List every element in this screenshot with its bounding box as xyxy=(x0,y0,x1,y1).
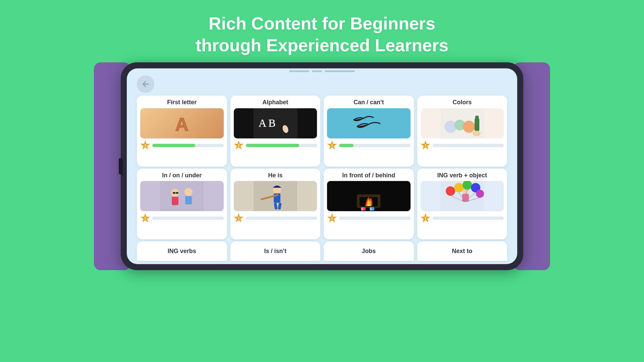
card-he-is[interactable]: He is xyxy=(230,169,321,240)
card-in-on-under-image xyxy=(140,181,224,211)
card-alphabet-bottom: 2 xyxy=(234,140,317,150)
card-colors-bottom: 1 xyxy=(421,140,504,150)
card-alphabet-progress-fill xyxy=(246,144,299,147)
card-ing-verbs[interactable]: ING verbs xyxy=(137,241,227,261)
device-screen: First letter A 3 xyxy=(127,68,517,264)
letter-a-icon: A xyxy=(170,112,194,135)
card-in-on-under-bottom: 1 xyxy=(140,213,224,223)
card-jobs-title: Jobs xyxy=(362,248,376,255)
card-in-on-under-title: In / on / under xyxy=(162,172,202,179)
card-alphabet-title: Alphabet xyxy=(262,99,288,106)
card-alphabet-image: A B xyxy=(234,108,317,138)
card-ing-verb-object[interactable]: ING verb + object xyxy=(417,169,507,240)
back-icon xyxy=(141,79,150,89)
svg-point-41 xyxy=(476,190,484,198)
card-is-isnt[interactable]: Is / isn't xyxy=(230,241,321,261)
card-next-to-title: Next to xyxy=(452,248,472,255)
card-ing-verb-object-bottom: 1 xyxy=(421,213,504,223)
card-colors[interactable]: Colors xyxy=(417,96,507,167)
card-in-front-behind-progress-bg xyxy=(339,217,411,220)
svg-rect-14 xyxy=(172,197,178,205)
card-next-to[interactable]: Next to xyxy=(417,241,507,261)
svg-rect-16 xyxy=(185,196,192,204)
card-in-on-under-progress-bg xyxy=(152,217,224,220)
card-alphabet-progress-bg xyxy=(246,144,317,147)
svg-rect-18 xyxy=(176,192,178,194)
colors-icon xyxy=(440,108,484,138)
card-first-letter-image: A xyxy=(140,108,224,138)
screen-content: First letter A 3 xyxy=(127,73,517,264)
card-first-letter-badge: 3 xyxy=(140,140,150,150)
card-in-front-behind-image xyxy=(327,181,411,211)
card-can-cant-progress-fill xyxy=(339,144,354,147)
card-can-cant-badge: 1 xyxy=(327,140,337,150)
cards-grid-row2: In / on / under xyxy=(137,169,507,240)
card-can-cant[interactable]: Can / can't xyxy=(324,96,414,167)
svg-rect-9 xyxy=(475,118,479,131)
card-in-front-behind-bottom: 1 xyxy=(327,213,411,223)
card-in-on-under-badge: 1 xyxy=(140,213,150,223)
card-alphabet-badge-num: 2 xyxy=(237,143,239,147)
card-ing-verb-object-title: ING verb + object xyxy=(437,172,487,179)
screen-topbar xyxy=(127,68,517,73)
svg-rect-33 xyxy=(371,207,372,210)
card-colors-badge: 1 xyxy=(421,140,431,150)
card-can-cant-bottom: 1 xyxy=(327,140,411,150)
card-in-front-behind-badge: 1 xyxy=(327,213,337,223)
card-in-front-behind[interactable]: In front of / behind xyxy=(324,169,414,240)
svg-rect-29 xyxy=(362,207,362,210)
kids-playing-icon xyxy=(160,181,204,211)
card-he-is-bottom: 1 xyxy=(234,213,317,223)
svg-point-38 xyxy=(454,183,464,192)
svg-point-8 xyxy=(463,121,475,133)
side-button[interactable] xyxy=(119,158,123,174)
card-he-is-badge: 1 xyxy=(234,213,244,223)
card-first-letter-title: First letter xyxy=(167,99,197,106)
card-can-cant-title: Can / can't xyxy=(354,99,384,106)
topbar-pill-2 xyxy=(312,70,322,72)
card-in-on-under[interactable]: In / on / under xyxy=(137,169,227,240)
card-ing-verb-object-badge-num: 1 xyxy=(424,216,426,220)
card-ing-verb-object-progress-bg xyxy=(433,217,504,220)
svg-rect-30 xyxy=(362,207,363,210)
card-colors-badge-num: 1 xyxy=(424,143,426,147)
card-alphabet-badge: 2 xyxy=(234,140,244,150)
svg-rect-10 xyxy=(475,116,479,120)
card-ing-verb-object-image xyxy=(421,181,504,211)
svg-point-37 xyxy=(446,186,455,196)
alphabet-board-icon: A B xyxy=(254,108,297,138)
card-first-letter-progress-bg xyxy=(152,144,224,147)
card-first-letter-bottom: 3 xyxy=(140,140,224,150)
bird-flying-icon xyxy=(347,108,390,138)
card-he-is-badge-num: 1 xyxy=(237,216,239,220)
topbar-pill-3 xyxy=(325,70,355,72)
back-button[interactable] xyxy=(137,75,154,93)
back-row xyxy=(137,75,507,93)
card-can-cant-progress-bg xyxy=(339,144,411,147)
baseball-player-icon xyxy=(254,181,297,211)
card-in-front-behind-title: In front of / behind xyxy=(342,172,395,179)
card-colors-progress-bg xyxy=(433,144,504,147)
svg-text:A: A xyxy=(175,114,189,134)
svg-rect-4 xyxy=(347,108,390,138)
svg-point-11 xyxy=(473,131,481,136)
cards-grid-row3: ING verbs Is / isn't Jobs Next to xyxy=(137,241,507,261)
card-first-letter[interactable]: First letter A 3 xyxy=(137,96,227,167)
balloons-icon xyxy=(440,181,484,211)
cards-grid-row1: First letter A 3 xyxy=(137,96,507,167)
card-he-is-title: He is xyxy=(268,172,282,179)
device-frame: First letter A 3 xyxy=(121,62,523,270)
card-colors-image xyxy=(421,108,504,138)
svg-rect-32 xyxy=(370,207,371,210)
svg-rect-12 xyxy=(160,181,204,211)
card-ing-verb-object-badge: 1 xyxy=(421,213,431,223)
card-is-isnt-title: Is / isn't xyxy=(264,248,286,255)
card-he-is-progress-bg xyxy=(246,217,317,220)
card-alphabet[interactable]: Alphabet A B 2 xyxy=(230,96,321,167)
svg-rect-17 xyxy=(173,192,175,194)
card-can-cant-image xyxy=(327,108,411,138)
fireplace-icon xyxy=(347,181,390,211)
card-first-letter-badge-num: 3 xyxy=(144,143,146,147)
page-title: Rich Content for Beginners through Exper… xyxy=(196,13,448,56)
card-jobs[interactable]: Jobs xyxy=(324,241,414,261)
